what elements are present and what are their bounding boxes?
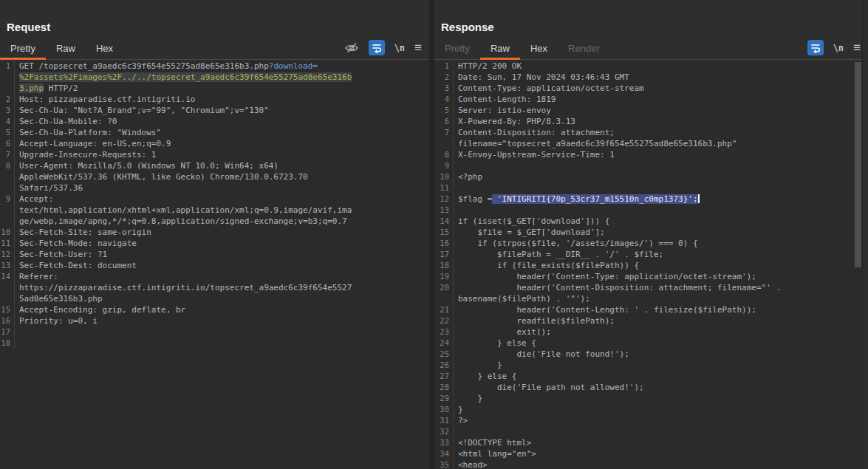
code-row: 18 bbox=[0, 338, 429, 349]
line-number: 25 bbox=[434, 349, 454, 360]
code-row: 6Accept-Language: en-US,en;q=0.9 bbox=[0, 138, 429, 149]
hamburger-menu-icon[interactable]: ≡ bbox=[414, 43, 422, 53]
line-number: 15 bbox=[434, 227, 454, 238]
code-row: 35<head> bbox=[434, 459, 868, 469]
code-row: 13 bbox=[434, 205, 868, 216]
line-number: 17 bbox=[434, 249, 454, 260]
line-number: 14 bbox=[0, 271, 15, 282]
code-row: 32 bbox=[434, 426, 868, 437]
code-row: 25 die('File not found!'); bbox=[434, 349, 868, 360]
code-row: 26 } bbox=[434, 360, 868, 371]
eye-slash-icon[interactable] bbox=[344, 41, 359, 55]
response-panel: Response Pretty Raw Hex Render \n ≡ 1HTT… bbox=[434, 0, 868, 469]
response-tab-render[interactable]: Render bbox=[558, 39, 610, 59]
code-row: 15 $file = $_GET['download']; bbox=[434, 227, 868, 238]
code-row: 13Sec-Fetch-Dest: document bbox=[0, 260, 429, 271]
request-tab-raw[interactable]: Raw bbox=[46, 39, 86, 59]
line-number: 16 bbox=[0, 315, 15, 326]
line-number: 12 bbox=[434, 194, 454, 205]
code-row: https://pizzaparadise.ctf.intigriti.io/t… bbox=[0, 282, 429, 293]
line-number: 4 bbox=[0, 116, 15, 127]
line-number: 3 bbox=[0, 105, 15, 116]
code-row: 31?> bbox=[434, 415, 868, 426]
response-tab-bar: Pretty Raw Hex Render \n ≡ bbox=[434, 38, 868, 60]
line-number: 6 bbox=[434, 116, 454, 127]
request-tab-hex[interactable]: Hex bbox=[86, 39, 123, 59]
line-number: 33 bbox=[434, 437, 454, 448]
code-row: 5Server: istio-envoy bbox=[434, 105, 868, 116]
line-number: 35 bbox=[434, 459, 454, 469]
line-number bbox=[434, 293, 454, 304]
newline-toggle-icon[interactable]: \n bbox=[394, 43, 405, 53]
line-number: 20 bbox=[434, 282, 454, 293]
line-number: 2 bbox=[0, 94, 15, 105]
line-number: 13 bbox=[434, 205, 454, 216]
line-number: 19 bbox=[434, 271, 454, 282]
word-wrap-icon bbox=[372, 43, 382, 53]
response-tab-hex[interactable]: Hex bbox=[520, 39, 558, 59]
line-number: 28 bbox=[434, 382, 454, 393]
line-number bbox=[0, 293, 15, 304]
code-row: 8X-Envoy-Upstream-Service-Time: 1 bbox=[434, 149, 868, 160]
line-number: 1 bbox=[434, 61, 454, 72]
line-number: 18 bbox=[434, 260, 454, 271]
code-row: 6X-Powered-By: PHP/8.3.13 bbox=[434, 116, 868, 127]
line-number: 30 bbox=[434, 404, 454, 415]
code-row: 30} bbox=[434, 404, 868, 415]
word-wrap-toggle-button[interactable] bbox=[807, 40, 824, 55]
line-number bbox=[0, 83, 15, 94]
word-wrap-toggle-button[interactable] bbox=[369, 40, 385, 55]
code-row: 17 $filePath = __DIR__ . '/' . $file; bbox=[434, 249, 868, 260]
line-number bbox=[0, 171, 15, 182]
line-number: 29 bbox=[434, 393, 454, 404]
request-tab-pretty[interactable]: Pretty bbox=[0, 39, 46, 59]
code-row: 4Content-Length: 1819 bbox=[434, 94, 868, 105]
code-row: 16 if (strpos($file, '/assets/images/') … bbox=[434, 238, 868, 249]
code-row: 1HTTP/2 200 OK bbox=[434, 61, 868, 72]
response-editor[interactable]: 1HTTP/2 200 OK2Date: Sun, 17 Nov 2024 03… bbox=[434, 61, 868, 469]
line-number: 9 bbox=[0, 194, 15, 205]
code-row: AppleWebKit/537.36 (KHTML, like Gecko) C… bbox=[0, 171, 429, 182]
line-number bbox=[0, 182, 15, 194]
line-number: 5 bbox=[0, 127, 15, 138]
line-number bbox=[0, 282, 15, 293]
code-row: 10Sec-Fetch-Site: same-origin bbox=[0, 227, 429, 238]
line-number bbox=[0, 216, 15, 227]
response-scrollbar-thumb[interactable] bbox=[855, 62, 861, 267]
code-row: 2Date: Sun, 17 Nov 2024 03:46:43 GMT bbox=[434, 72, 868, 83]
code-row: 23 exit(); bbox=[434, 326, 868, 338]
code-row: 14Referer: bbox=[0, 271, 429, 282]
newline-toggle-icon[interactable]: \n bbox=[833, 43, 844, 53]
line-number: 24 bbox=[434, 338, 454, 349]
hamburger-menu-icon[interactable]: ≡ bbox=[853, 43, 861, 53]
line-number: 18 bbox=[0, 338, 15, 349]
code-row: 20 header('Content-Disposition: attachme… bbox=[434, 282, 868, 293]
line-number bbox=[0, 205, 15, 216]
code-row: 2Host: pizzaparadise.ctf.intigriti.io bbox=[0, 94, 429, 105]
code-row: 9Accept: bbox=[0, 194, 429, 205]
response-tab-raw[interactable]: Raw bbox=[480, 39, 520, 59]
line-number: 12 bbox=[0, 249, 15, 260]
panel-divider[interactable] bbox=[429, 0, 434, 469]
request-panel: Request Pretty Raw Hex \n ≡ bbox=[0, 0, 429, 469]
line-number: 10 bbox=[434, 171, 454, 182]
line-number bbox=[0, 72, 15, 83]
request-editor[interactable]: 1GET /topsecret_a9aedc6c39f654e55275ad8e… bbox=[0, 61, 429, 469]
code-row: 9 bbox=[434, 160, 868, 171]
code-row: 33<!DOCTYPE html> bbox=[434, 437, 868, 448]
word-wrap-icon bbox=[810, 43, 821, 53]
line-number: 17 bbox=[0, 326, 15, 338]
line-number: 11 bbox=[434, 182, 454, 194]
line-number: 21 bbox=[434, 304, 454, 315]
line-number: 9 bbox=[434, 160, 454, 171]
code-row: 8User-Agent: Mozilla/5.0 (Windows NT 10.… bbox=[0, 160, 429, 171]
code-row: 5Sec-Ch-Ua-Platform: "Windows" bbox=[0, 127, 429, 138]
code-row: 29 } bbox=[434, 393, 868, 404]
code-row: 5ad8e65e316b3.php bbox=[0, 293, 429, 304]
code-row: ge/webp,image/apng,*/*;q=0.8,application… bbox=[0, 216, 429, 227]
code-row: basename($filePath) . '"'); bbox=[434, 293, 868, 304]
line-number: 5 bbox=[434, 105, 454, 116]
response-tab-pretty[interactable]: Pretty bbox=[434, 39, 480, 59]
code-row: Safari/537.36 bbox=[0, 182, 429, 194]
line-number: 31 bbox=[434, 415, 454, 426]
